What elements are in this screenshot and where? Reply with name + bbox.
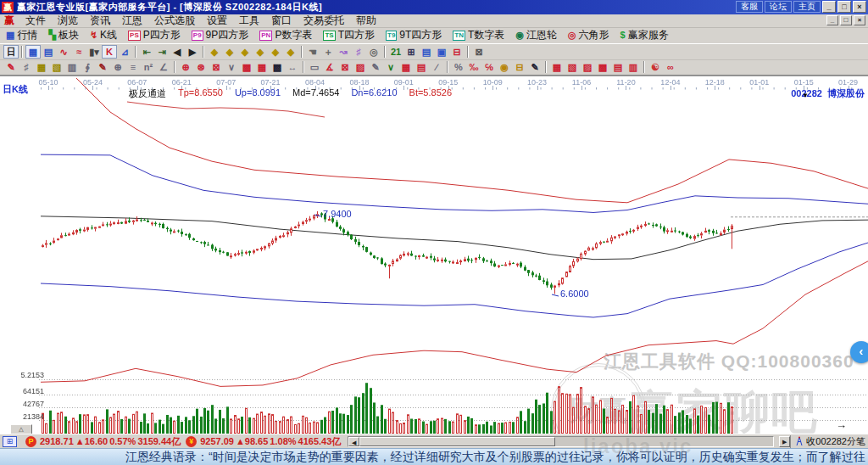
t-square-button[interactable]: TST四方形 xyxy=(320,27,377,43)
golden-section-icon[interactable]: ⊟ xyxy=(512,60,527,74)
target-circle-icon[interactable]: ⊕ xyxy=(178,60,193,74)
keyboard-wizard-icon[interactable]: ⊞ xyxy=(3,436,17,447)
red-grid-4-icon[interactable]: ▩ xyxy=(595,60,610,74)
p-square-button[interactable]: PSP四方形 xyxy=(125,27,183,43)
minimize-button[interactable]: _ xyxy=(822,1,836,13)
trend-zigzag-icon[interactable]: ∿ xyxy=(56,45,71,59)
red-grid-icon[interactable]: ▦ xyxy=(254,60,270,74)
sectors-button[interactable]: ▚板块 xyxy=(46,27,81,43)
tick-view-switch[interactable]: 收002282分笔 xyxy=(790,435,865,448)
red-grid-3-icon[interactable]: ▨ xyxy=(580,60,595,74)
chart-scrollbar[interactable]: ◀ xyxy=(348,436,774,447)
spiral-tool-icon[interactable]: ∮ xyxy=(80,60,95,74)
kline-view-icon[interactable]: ▦ xyxy=(25,45,41,59)
diamond-tool-5-icon[interactable]: ◈ xyxy=(268,45,283,59)
gann-box-icon[interactable]: ▦ xyxy=(34,60,49,74)
square-of-nine-icon[interactable]: n² xyxy=(141,60,156,74)
percent-line-icon[interactable]: ℅ xyxy=(481,60,497,74)
circle-cross-icon[interactable]: ⊕ xyxy=(110,60,125,74)
restore-button[interactable]: □ xyxy=(837,1,851,13)
t-number-table-button[interactable]: TNT数字表 xyxy=(450,27,507,43)
shanghai-index-value[interactable]: 2918.71 xyxy=(40,436,74,446)
hand-pan-icon[interactable]: ☚ xyxy=(305,45,320,59)
kline-button[interactable]: ↯K线 xyxy=(87,27,120,43)
trend-wave-icon[interactable]: ≈ xyxy=(71,45,86,59)
ink-pen-icon[interactable]: ✎ xyxy=(527,60,542,74)
close-button[interactable]: × xyxy=(853,1,866,13)
grid-overlay-icon[interactable]: ♯ xyxy=(351,45,366,59)
calendar-icon[interactable]: 21 xyxy=(388,45,403,59)
time-grid-icon[interactable]: ▤ xyxy=(414,60,429,74)
collapse-panel-button[interactable]: ‹ xyxy=(850,341,868,363)
percent-icon[interactable]: % xyxy=(451,60,466,74)
diamond-tool-1-icon[interactable]: ◈ xyxy=(207,45,222,59)
nine-p-square-button[interactable]: P99P四方形 xyxy=(189,27,251,43)
calculator-icon[interactable]: ⊞ xyxy=(403,45,419,59)
scrollbar-right-arrow-icon[interactable]: ▶ xyxy=(779,436,790,447)
prev-bar-icon[interactable]: ◀ xyxy=(170,45,185,59)
box-select-icon[interactable]: ▭ xyxy=(307,60,322,74)
menu-item-1[interactable]: 文件 xyxy=(19,14,52,27)
homepage-button[interactable]: 主页 xyxy=(793,1,821,13)
print-icon[interactable]: ⊟ xyxy=(449,45,465,59)
play-forward-icon[interactable]: ⊿ xyxy=(117,45,132,59)
child-restore-button[interactable]: □ xyxy=(840,15,852,25)
price-grid-icon[interactable]: ▦ xyxy=(398,60,414,74)
menu-item-5[interactable]: 公式选股 xyxy=(148,14,201,27)
child-minimize-button[interactable]: _ xyxy=(826,15,838,25)
grid-cross-icon[interactable]: ⊠ xyxy=(209,60,224,74)
info-view-icon[interactable]: ▤ xyxy=(41,45,56,59)
magnify-icon[interactable]: ◎ xyxy=(366,45,381,59)
save-layout-icon[interactable]: ▣ xyxy=(434,45,449,59)
scrollbar-thumb[interactable] xyxy=(359,437,554,446)
red-net-icon[interactable]: ▩ xyxy=(239,60,254,74)
angle-tool-icon[interactable]: ∠ xyxy=(156,60,171,74)
red-grid-1-icon[interactable]: ▦ xyxy=(549,60,565,74)
red-grid-5-icon[interactable]: ▤ xyxy=(610,60,626,74)
menu-item-8[interactable]: 窗口 xyxy=(265,14,298,27)
draw-line-icon[interactable]: ↝ xyxy=(336,45,351,59)
red-grid-2-icon[interactable]: ▧ xyxy=(565,60,580,74)
shenzhen-index-icon[interactable]: ¥ xyxy=(186,436,197,447)
marker-pen-icon[interactable]: ✎ xyxy=(95,60,110,74)
ruler-lines-icon[interactable]: ≡ xyxy=(125,60,141,74)
p-number-table-button[interactable]: PNP数字表 xyxy=(257,27,314,43)
crosshair-icon[interactable]: ＋ xyxy=(320,45,336,59)
menu-item-6[interactable]: 设置 xyxy=(201,14,233,27)
diamond-tool-6-icon[interactable]: ◈ xyxy=(283,45,298,59)
hexagon-button[interactable]: ◎六角形 xyxy=(565,27,612,43)
diamond-tool-3-icon[interactable]: ◈ xyxy=(237,45,253,59)
taiji-icon[interactable]: ☯ xyxy=(648,60,663,74)
chart-region[interactable]: 江恩工具软件 QQ:100800360 赢家聊吧 财赢 日K线 极反通道 Tp=… xyxy=(0,76,868,434)
pen-tool-icon[interactable]: ✎ xyxy=(3,60,19,74)
scroll-right-hint-icon[interactable]: → xyxy=(836,418,847,431)
candle-style-selector[interactable]: ▮▾ xyxy=(86,45,102,59)
diamond-tool-4-icon[interactable]: ◈ xyxy=(253,45,268,59)
forum-button[interactable]: 论坛 xyxy=(765,1,792,13)
golden-circle-icon[interactable]: ◉ xyxy=(497,60,512,74)
gann-box-flat-icon[interactable]: ▥ xyxy=(64,60,80,74)
width-adjust-icon[interactable]: ↔ xyxy=(285,60,300,74)
black-net-icon[interactable]: ▩ xyxy=(270,60,285,74)
quotes-button[interactable]: ▦行情 xyxy=(3,27,40,43)
next-bar-icon[interactable]: ▶ xyxy=(185,45,200,59)
kline-chart-canvas[interactable] xyxy=(0,76,868,434)
customer-service-button[interactable]: 客服 xyxy=(736,1,763,13)
diamond-tool-2-icon[interactable]: ◈ xyxy=(222,45,237,59)
fan-lines-icon[interactable]: ∡ xyxy=(322,60,337,74)
shenzhen-index-value[interactable]: 9257.09 xyxy=(200,436,234,446)
slash-line-icon[interactable]: ∕ xyxy=(429,60,444,74)
notepad-icon[interactable]: ▤ xyxy=(419,45,434,59)
box-shade-icon[interactable]: ▨ xyxy=(353,60,368,74)
expand-pane-button[interactable]: △ xyxy=(10,424,32,434)
period-day-selector[interactable]: 日▾ xyxy=(3,45,19,59)
annotate-pen-icon[interactable]: ✎ xyxy=(368,60,383,74)
gann-wheel-button[interactable]: ◉江恩轮 xyxy=(513,27,559,43)
infinity-wave-icon[interactable]: ∞ xyxy=(663,60,678,74)
child-close-button[interactable]: × xyxy=(854,15,865,25)
last-bar-icon[interactable]: ⇥ xyxy=(154,45,170,59)
menu-item-7[interactable]: 工具 xyxy=(233,14,265,27)
gann-grid-icon[interactable]: ♯ xyxy=(19,60,34,74)
winner-service-button[interactable]: $赢家服务 xyxy=(618,27,671,43)
check-angle-icon[interactable]: ∨ xyxy=(224,60,239,74)
